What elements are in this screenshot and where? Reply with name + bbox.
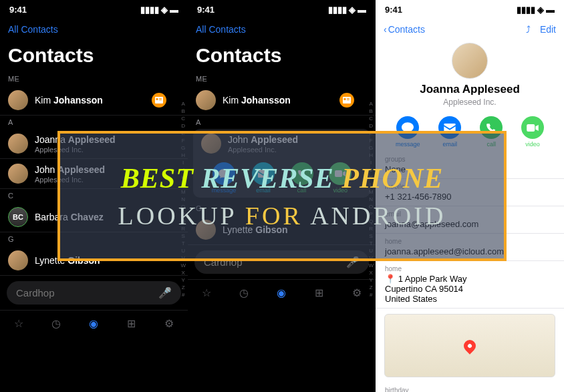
svg-rect-6 xyxy=(347,98,349,99)
share-icon[interactable]: ⤴ xyxy=(526,24,531,35)
overlay-line-1: BEST REVERSE PHONE xyxy=(121,162,444,194)
avatar xyxy=(8,250,28,270)
avatar-initials: BC xyxy=(8,207,28,227)
location-pin-icon: 📍 xyxy=(385,274,396,284)
status-time: 9:41 xyxy=(9,5,27,15)
status-time: 9:41 xyxy=(197,5,215,15)
tab-recents[interactable]: ◷ xyxy=(237,285,251,300)
tab-birthdays[interactable]: ⊞ xyxy=(124,316,139,331)
tab-bar: ☆ ◷ ◉ ⊞ ⚙ xyxy=(0,310,188,336)
avatar-large xyxy=(452,43,488,79)
contact-header: Joanna Appleseed Appleseed Inc. xyxy=(376,43,564,112)
tab-favorites[interactable]: ☆ xyxy=(11,316,26,331)
section-a: A xyxy=(0,116,188,129)
avatar xyxy=(196,90,216,110)
mic-icon[interactable]: 🎤 xyxy=(158,286,172,299)
tab-bar: ☆ ◷ ◉ ⊞ ⚙ xyxy=(188,279,376,305)
contact-name: Joanna Appleseed xyxy=(420,83,520,96)
avatar xyxy=(8,164,28,184)
svg-rect-9 xyxy=(527,124,535,132)
signal-icon: ▮▮▮▮ xyxy=(140,5,159,15)
status-bar: 9:41 ▮▮▮▮◈▬ xyxy=(376,0,564,16)
tab-contacts[interactable]: ◉ xyxy=(274,285,289,300)
tab-recents[interactable]: ◷ xyxy=(49,316,63,331)
status-bar: 9:41 ▮▮▮▮ ◈ ▬ xyxy=(0,0,188,16)
status-time: 9:41 xyxy=(385,5,402,15)
tab-contacts[interactable]: ◉ xyxy=(86,316,101,331)
nav-bar: ‹ Contacts ⤴ Edit xyxy=(376,16,564,43)
overlay-line-2: LOOKUP FOR ANDROID xyxy=(118,201,446,230)
contact-name: Kim Johansson xyxy=(223,95,291,106)
edit-button[interactable]: Edit xyxy=(540,24,556,35)
section-me: ME xyxy=(188,72,376,85)
action-video[interactable]: video xyxy=(521,116,544,148)
avatar xyxy=(8,90,28,110)
status-bar: 9:41 ▮▮▮▮◈▬ xyxy=(188,0,376,16)
nav-bar: All Contacts xyxy=(0,16,188,43)
battery-icon: ▬ xyxy=(170,5,178,15)
section-a: A xyxy=(188,116,376,129)
all-contacts-link[interactable]: All Contacts xyxy=(8,24,58,35)
card-badge-icon xyxy=(152,93,166,108)
chevron-left-icon: ‹ xyxy=(384,24,387,35)
status-icons: ▮▮▮▮ ◈ ▬ xyxy=(140,5,178,15)
tab-settings[interactable]: ⚙ xyxy=(162,316,176,331)
map-pin-icon xyxy=(461,337,478,354)
page-title: Contacts xyxy=(0,43,188,72)
field-address[interactable]: home 📍 1 Apple Park Way Cupertino CA 950… xyxy=(376,261,564,309)
card-badge-icon xyxy=(339,93,354,108)
tab-favorites[interactable]: ☆ xyxy=(199,285,214,300)
search-bar[interactable]: 🎤 xyxy=(7,281,181,305)
search-input[interactable] xyxy=(16,287,153,299)
svg-rect-2 xyxy=(159,98,162,99)
page-title: Contacts xyxy=(188,43,376,72)
svg-rect-1 xyxy=(156,98,158,100)
contact-name: Kim Johansson xyxy=(35,95,103,106)
all-contacts-link[interactable]: All Contacts xyxy=(196,24,246,35)
section-me: ME xyxy=(0,72,188,85)
status-icons: ▮▮▮▮◈▬ xyxy=(517,5,555,15)
contact-row-kim[interactable]: Kim Johansson xyxy=(188,85,376,116)
status-icons: ▮▮▮▮◈▬ xyxy=(328,5,366,15)
svg-rect-5 xyxy=(344,98,346,100)
wifi-icon: ◈ xyxy=(161,5,168,15)
svg-rect-7 xyxy=(347,100,349,100)
tab-birthdays[interactable]: ⊞ xyxy=(312,285,327,300)
nav-bar: All Contacts xyxy=(188,16,376,43)
back-button[interactable]: ‹ Contacts xyxy=(384,24,425,35)
field-birthday: birthday xyxy=(376,383,564,392)
avatar xyxy=(8,134,28,154)
contact-row-kim[interactable]: Kim Johansson xyxy=(0,85,188,116)
title-overlay: BEST REVERSE PHONE LOOKUP FOR ANDROID xyxy=(57,131,507,261)
tab-settings[interactable]: ⚙ xyxy=(349,285,364,300)
map-view[interactable] xyxy=(384,314,555,377)
svg-rect-3 xyxy=(159,100,162,100)
contact-company: Appleseed Inc. xyxy=(443,97,496,107)
